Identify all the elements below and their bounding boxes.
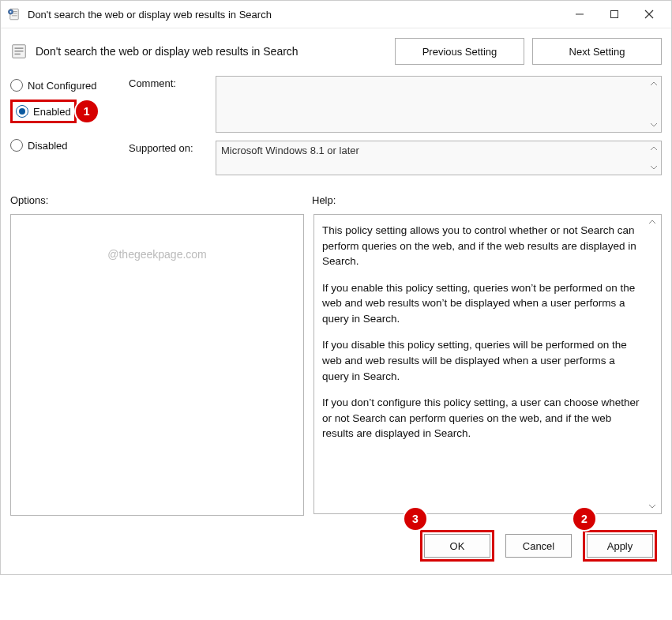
policy-title: Don't search the web or display web resu…	[36, 45, 387, 58]
supported-label: Supported on:	[129, 141, 216, 175]
apply-button-wrap: 2 Apply	[583, 530, 657, 562]
annotation-marker-2: 2	[572, 506, 597, 532]
ok-button[interactable]: OK	[424, 534, 490, 558]
chevron-up-icon[interactable]	[647, 216, 658, 227]
highlight-enabled: Enabled 1	[10, 100, 77, 123]
policy-editor-window: Don't search the web or display web resu…	[0, 0, 672, 575]
radio-enabled[interactable]: Enabled	[16, 103, 71, 119]
options-panel: @thegeekpage.com	[10, 214, 304, 516]
comment-value	[216, 77, 661, 132]
annotation-marker-1: 1	[74, 99, 99, 124]
svg-rect-7	[611, 11, 618, 18]
highlight-ok: OK	[420, 530, 494, 562]
supported-value: Microsoft Windows 8.1 or later	[216, 141, 661, 175]
fields-column: Comment: Supported on: Microsoft Windows…	[129, 76, 662, 183]
chevron-up-icon[interactable]	[648, 143, 659, 154]
comment-field[interactable]	[216, 76, 662, 133]
chevron-up-icon[interactable]	[648, 78, 659, 89]
close-button[interactable]	[632, 2, 666, 26]
footer-buttons: 3 OK Cancel 2 Apply	[1, 520, 671, 574]
apply-button[interactable]: Apply	[587, 534, 653, 558]
svg-rect-5	[12, 16, 17, 17]
chevron-down-icon[interactable]	[647, 501, 658, 512]
help-paragraph: If you disable this policy setting, quer…	[322, 337, 644, 384]
supported-field: Microsoft Windows 8.1 or later	[216, 141, 662, 175]
radio-not-configured[interactable]: Not Configured	[10, 77, 129, 93]
comment-row: Comment:	[129, 76, 662, 133]
state-column: Not Configured Enabled 1 Disabled	[10, 76, 129, 183]
svg-rect-12	[15, 51, 24, 51]
options-help-body: @thegeekpage.com This policy setting all…	[1, 211, 671, 520]
svg-rect-3	[13, 11, 17, 12]
options-label: Options:	[10, 194, 302, 206]
window-title: Don't search the web or display web resu…	[28, 9, 562, 21]
previous-setting-button[interactable]: Previous Setting	[395, 38, 524, 65]
maximize-button[interactable]	[597, 2, 632, 26]
help-paragraph: If you enable this policy setting, queri…	[322, 280, 644, 327]
cancel-button[interactable]: Cancel	[505, 534, 572, 558]
radio-label: Enabled	[33, 106, 71, 118]
radio-icon	[10, 139, 23, 152]
next-setting-button[interactable]: Next Setting	[532, 38, 662, 65]
supported-row: Supported on: Microsoft Windows 8.1 or l…	[129, 141, 662, 175]
annotation-marker-3: 3	[403, 506, 428, 532]
help-panel: This policy setting allows you to contro…	[313, 214, 662, 514]
radio-disabled[interactable]: Disabled	[10, 137, 129, 153]
chevron-down-icon[interactable]	[648, 119, 659, 130]
svg-rect-11	[15, 47, 24, 48]
policy-icon	[7, 7, 21, 21]
ok-button-wrap: 3 OK	[420, 530, 494, 562]
highlight-apply: Apply	[583, 530, 657, 562]
window-controls	[562, 2, 666, 26]
options-help-labels: Options: Help:	[1, 185, 671, 211]
svg-rect-4	[13, 13, 17, 14]
title-bar: Don't search the web or display web resu…	[1, 1, 671, 28]
chevron-down-icon[interactable]	[648, 162, 659, 173]
radio-label: Disabled	[28, 140, 68, 152]
radio-label: Not Configured	[28, 80, 96, 92]
help-paragraph: If you don’t configure this policy setti…	[322, 395, 644, 442]
watermark-text: @thegeekpage.com	[107, 248, 207, 261]
minimize-button[interactable]	[562, 2, 597, 26]
help-label: Help:	[312, 194, 662, 206]
config-section: Not Configured Enabled 1 Disabled Commen…	[1, 71, 671, 185]
header-row: Don't search the web or display web resu…	[1, 28, 671, 71]
radio-icon	[10, 79, 23, 92]
policy-icon	[10, 43, 28, 60]
help-paragraph: This policy setting allows you to contro…	[322, 223, 644, 269]
svg-point-2	[10, 11, 12, 13]
svg-rect-13	[15, 54, 21, 54]
radio-icon	[16, 105, 28, 118]
comment-label: Comment:	[129, 76, 216, 133]
